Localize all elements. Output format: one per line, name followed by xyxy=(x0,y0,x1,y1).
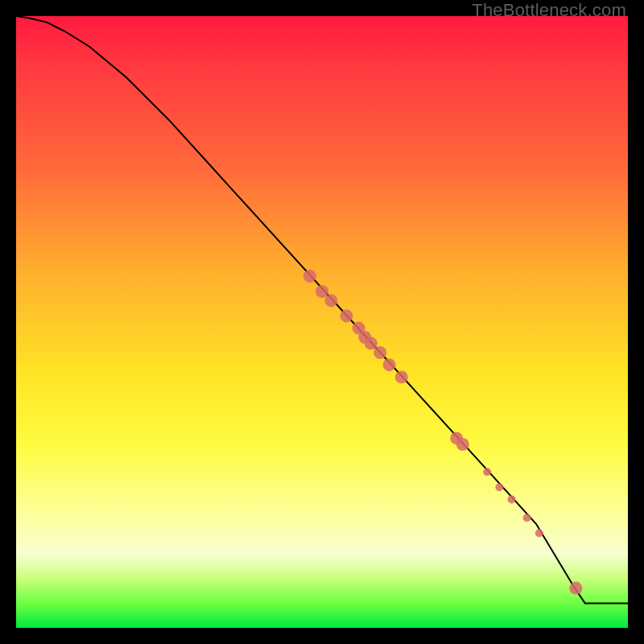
data-point xyxy=(303,270,316,283)
data-point xyxy=(523,514,531,522)
data-points-large xyxy=(303,270,583,595)
data-point xyxy=(395,370,408,383)
chart-frame: TheBottleneck.com xyxy=(0,0,644,644)
data-point xyxy=(456,438,469,451)
data-point xyxy=(535,529,543,537)
data-point xyxy=(340,309,353,322)
data-point xyxy=(374,346,386,359)
plot-area xyxy=(16,16,628,628)
data-points-small xyxy=(483,468,543,537)
data-point xyxy=(324,294,337,307)
bottleneck-curve xyxy=(16,16,628,604)
data-point xyxy=(569,582,582,595)
data-point xyxy=(495,483,503,491)
data-point xyxy=(316,285,328,298)
data-point xyxy=(365,337,378,350)
data-point xyxy=(483,468,491,476)
data-point xyxy=(383,358,396,371)
chart-svg xyxy=(16,16,628,628)
data-point xyxy=(508,495,516,503)
